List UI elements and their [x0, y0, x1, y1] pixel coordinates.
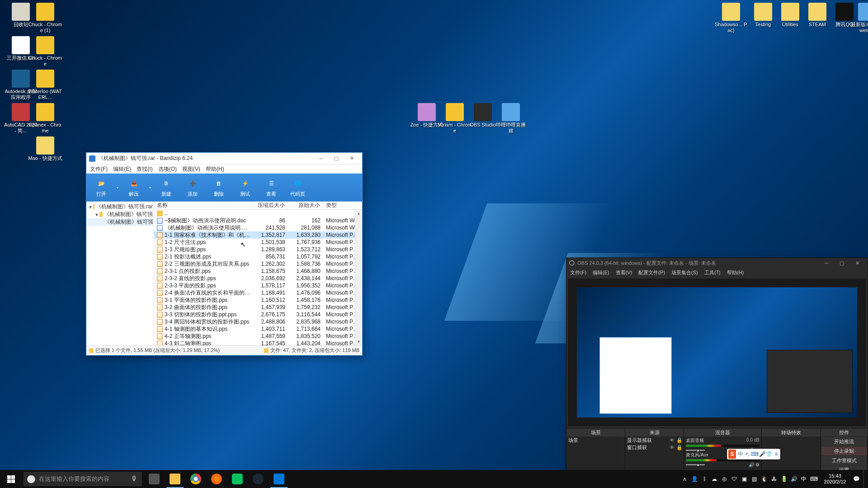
menu-item[interactable]: 视图(V): [182, 165, 200, 173]
ime-skin-icon[interactable]: 👕: [766, 451, 773, 457]
tray-overflow-icon[interactable]: ∧: [680, 470, 689, 488]
tray-obs-icon[interactable]: ◎: [720, 470, 729, 488]
gear-icon[interactable]: ⚙: [755, 462, 760, 467]
expand-icon[interactable]: ▾: [89, 204, 92, 210]
microphone-icon[interactable]: 🎙: [127, 475, 142, 483]
tray-onedrive-icon[interactable]: ☁: [710, 470, 719, 488]
obs-window[interactable]: OBS 24.0.3 (64-bit, windows) - 配置文件: 未命名…: [566, 258, 868, 488]
close-button[interactable]: ✕: [849, 258, 865, 268]
file-row[interactable]: 1-2 尺寸注法.pps1,501,5381,767,936Microsoft …: [154, 239, 362, 246]
tree-node[interactable]: 《机械制图》钱可强: [87, 218, 153, 226]
lock-icon[interactable]: 🔒: [676, 437, 682, 443]
menu-item[interactable]: 文件(F): [90, 165, 108, 173]
source-item[interactable]: 显示器捕获👁🔒: [625, 436, 684, 444]
ime-brand-icon[interactable]: S: [728, 450, 736, 459]
minimize-button[interactable]: ─: [819, 258, 834, 268]
menu-item[interactable]: 编辑(E): [113, 165, 131, 173]
toolbar-添加[interactable]: ➕添加: [179, 175, 206, 200]
minimize-button[interactable]: ─: [313, 153, 329, 164]
tray-app-icon[interactable]: ▤: [750, 470, 759, 488]
maximize-button[interactable]: ▢: [834, 258, 849, 268]
bandizip-tree[interactable]: ▾《机械制图》钱可强.rar▾《机械制图》钱可强《机械制图》钱可强: [86, 202, 154, 345]
source-item[interactable]: 窗口捕获👁🔒: [625, 444, 684, 451]
lock-icon[interactable]: 🔒: [676, 445, 682, 450]
file-row[interactable]: ..: [154, 210, 362, 217]
menu-item[interactable]: 工具(T): [704, 269, 721, 276]
close-button[interactable]: ✕: [344, 153, 359, 164]
file-row[interactable]: 3-1 平面体的投影作图.pps1,160,5121,458,176Micros…: [154, 296, 362, 304]
ime-voice-icon[interactable]: 🎤: [759, 451, 766, 457]
taskbar-app-wechat[interactable]: [227, 470, 248, 488]
file-row[interactable]: 2-4 换面法作直线的实长和平面的实形.pps1,188,4911,476,09…: [154, 289, 362, 296]
desktop-icon[interactable]: Mao - 快捷方式: [28, 136, 62, 161]
tray-bluetooth-icon[interactable]: ᛒ: [700, 470, 709, 488]
taskview-button[interactable]: [144, 470, 165, 488]
taskbar-app-chrome[interactable]: [185, 470, 206, 488]
taskbar-app-steam[interactable]: [248, 470, 269, 488]
file-row[interactable]: 4-3 斜二轴测图.pps1,167,5451,443,204Microsoft…: [154, 340, 362, 345]
tray-people-icon[interactable]: 👤: [690, 470, 699, 488]
col-name[interactable]: 名称: [154, 202, 253, 209]
visibility-icon[interactable]: 👁: [669, 445, 675, 450]
toolbar-打开[interactable]: 📂打开: [88, 175, 114, 200]
control-button[interactable]: 停止录制: [821, 446, 867, 455]
obs-titlebar[interactable]: OBS 24.0.3 (64-bit, windows) - 配置文件: 未命名…: [566, 258, 868, 268]
taskbar-app-settings[interactable]: [269, 470, 289, 488]
show-desktop-button[interactable]: [863, 470, 866, 488]
file-row[interactable]: 2-1 投影法概述.pps856,7311,057,792Microsoft P…: [154, 253, 362, 260]
file-row[interactable]: 3-3 切割体的投影作图.ppt.pps2,676,1753,116,544Mi…: [154, 311, 362, 318]
mute-icon[interactable]: 🔊: [749, 462, 754, 467]
tree-node[interactable]: ▾《机械制图》钱可强.rar: [87, 203, 153, 211]
ime-lang[interactable]: 中: [737, 450, 744, 458]
menu-item[interactable]: 帮助(H): [206, 165, 224, 173]
taskbar-app-explorer[interactable]: [165, 470, 185, 488]
file-row[interactable]: 2-3-3 平面的投影.pps1,578,1171,956,352Microso…: [154, 282, 362, 289]
file-row[interactable]: 4-1 轴测图的基本知识.pps1,403,7111,713,664Micros…: [154, 325, 362, 333]
control-button[interactable]: 开始推流: [821, 437, 867, 446]
scroll-down-icon[interactable]: ▼: [355, 338, 362, 345]
file-row[interactable]: 《机械制图》动画演示使用说明.doc241,528281,088Microsof…: [154, 224, 362, 231]
bandizip-titlebar[interactable]: 《机械制图》钱可强.rar - Bandizip 6.24 ─ ▢ ✕: [86, 153, 362, 164]
file-row[interactable]: 2-2 三视图的形成及其对应关系.pps1,262,3021,588,736Mi…: [154, 260, 362, 267]
dropdown-icon[interactable]: ▾: [114, 186, 121, 190]
tray-volume-icon[interactable]: 🔊: [789, 470, 798, 488]
desktop-icon[interactable]: 最新版本的xueweixi...: [850, 3, 868, 33]
desktop-icon[interactable]: Chuck - Chrome: [28, 36, 62, 67]
menu-item[interactable]: 查找(I): [137, 165, 152, 173]
file-row[interactable]: 3-4 两回转体相贯线的投影作图.pps2,488,8062,835,968Mi…: [154, 318, 362, 325]
scroll-up-icon[interactable]: ▲: [355, 210, 362, 217]
toolbar-解压[interactable]: 📤解压: [121, 175, 147, 200]
menu-item[interactable]: 文件(F): [570, 269, 586, 276]
taskbar[interactable]: ⚪ 在这里输入你要搜索的内容 🎙 ∧ 👤 ᛒ ☁ ◎ 🛡 ▣ ▤ 🐧 🖧 🔋 🔊…: [0, 470, 868, 488]
menu-item[interactable]: 查看(V): [616, 269, 632, 276]
taskbar-apps[interactable]: [144, 470, 289, 488]
ime-toolbar[interactable]: S 中 •, ⌨ 🎤 👕 ≡: [727, 449, 780, 460]
control-button[interactable]: 工作室模式: [821, 456, 867, 465]
tray-app-icon[interactable]: ▣: [740, 470, 749, 488]
scrollbar-vertical[interactable]: ▲ ▼: [355, 210, 362, 345]
filelist-header[interactable]: 名称 压缩后大小 原始大小 类型: [154, 202, 362, 210]
expand-icon[interactable]: ▾: [95, 211, 98, 218]
bandizip-filelist[interactable]: 名称 压缩后大小 原始大小 类型 ..~$械制图》动画演示使用说明.doc861…: [154, 202, 362, 345]
start-button[interactable]: [0, 470, 22, 488]
tree-node[interactable]: ▾《机械制图》钱可强: [87, 211, 153, 218]
col-packed[interactable]: 压缩后大小: [253, 202, 288, 209]
file-row[interactable]: 2-3-1 点的投影.pps1,158,6751,466,880Microsof…: [154, 267, 362, 275]
scene-item[interactable]: 场景: [566, 436, 625, 444]
tray-security-icon[interactable]: 🛡: [730, 470, 739, 488]
taskbar-app-firefox[interactable]: [206, 470, 227, 488]
tray-ime-icon[interactable]: 中: [799, 470, 808, 488]
desktop-icon[interactable]: Epanex - Chrome: [28, 103, 62, 134]
col-type[interactable]: 类型: [323, 202, 362, 209]
bandizip-menubar[interactable]: 文件(F)编辑(E)查找(I)选项(O)视图(V)帮助(H): [86, 164, 362, 174]
ime-keyboard-icon[interactable]: ⌨: [751, 451, 759, 457]
tray-app-icon[interactable]: 🐧: [760, 470, 769, 488]
dropdown-icon[interactable]: ▾: [147, 186, 153, 190]
col-orig[interactable]: 原始大小: [288, 202, 323, 209]
menu-item[interactable]: 选项(O): [158, 165, 177, 173]
desktop-icon[interactable]: Chuck - Chrome (1): [28, 3, 62, 33]
toolbar-测试[interactable]: ⚡测试: [232, 175, 258, 200]
file-row[interactable]: 3-2 曲面体的投影作图.pps1,457,9391,759,232Micros…: [154, 304, 362, 311]
obs-preview[interactable]: [568, 279, 866, 426]
tray-network-icon[interactable]: 🖧: [769, 470, 778, 488]
